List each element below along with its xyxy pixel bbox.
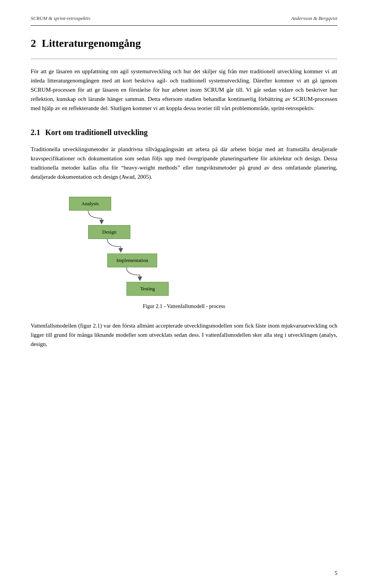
section-2-1-title: 2.1 Kort om traditionell utveckling xyxy=(31,128,337,137)
page: SCRUM & sprint-retrospektiv Andersson & … xyxy=(0,0,368,588)
diagram-box-implementation: Implementation xyxy=(107,254,157,267)
diagram-step-testing: Testing xyxy=(127,282,169,296)
diagram-box-analysis: Analysis xyxy=(69,197,111,211)
section-2-1-title-text: Kort om traditionell utveckling xyxy=(45,128,148,137)
diagram-step-design: Design xyxy=(88,225,130,239)
arrow-2 xyxy=(100,239,130,254)
diagram-step-analysis: Analysis xyxy=(69,197,111,211)
diagram-label-testing: Testing xyxy=(140,286,155,292)
diagram-label-analysis: Analysis xyxy=(81,201,99,206)
section-2-1-paragraph2: Vattenfallsmodellen (figur 2.1) var den … xyxy=(31,321,337,349)
diagram-label-implementation: Implementation xyxy=(117,257,148,263)
diagram-label-design: Design xyxy=(102,229,117,235)
diagram-box-testing: Testing xyxy=(127,282,169,296)
chapter-number: 2 xyxy=(31,37,36,49)
arrow-3 xyxy=(119,267,150,282)
header-left: SCRUM & sprint-retrospektiv xyxy=(31,15,90,21)
chapter-title: 2 Litteraturgenomgång xyxy=(31,37,337,49)
diagram-box-design: Design xyxy=(88,225,130,239)
intro-paragraph: För att ge läsaren en uppfattning om agi… xyxy=(31,67,337,113)
header-divider xyxy=(31,25,337,26)
page-footer: 5 xyxy=(335,570,337,576)
arrow-1 xyxy=(80,211,111,225)
diagram: Analysis Design xyxy=(69,197,337,296)
diagram-step-implementation: Implementation xyxy=(107,254,157,267)
arrow-svg-2 xyxy=(100,239,130,254)
arrow-svg-1 xyxy=(80,211,111,225)
page-header: SCRUM & sprint-retrospektiv Andersson & … xyxy=(31,15,337,21)
section-2-1-paragraph1: Traditionella utvecklingsmetoder är plan… xyxy=(31,145,337,181)
arrow-svg-3 xyxy=(119,267,150,282)
header-right: Andersson & Bergqvist xyxy=(291,15,337,21)
section-2-1-number: 2.1 xyxy=(31,128,40,137)
chapter-title-text: Litteraturgenomgång xyxy=(42,37,141,49)
figure-caption: Figur 2.1 - Vattenfallsmodell - process xyxy=(31,303,337,310)
page-number: 5 xyxy=(335,570,337,576)
intro-divider xyxy=(31,59,337,59)
